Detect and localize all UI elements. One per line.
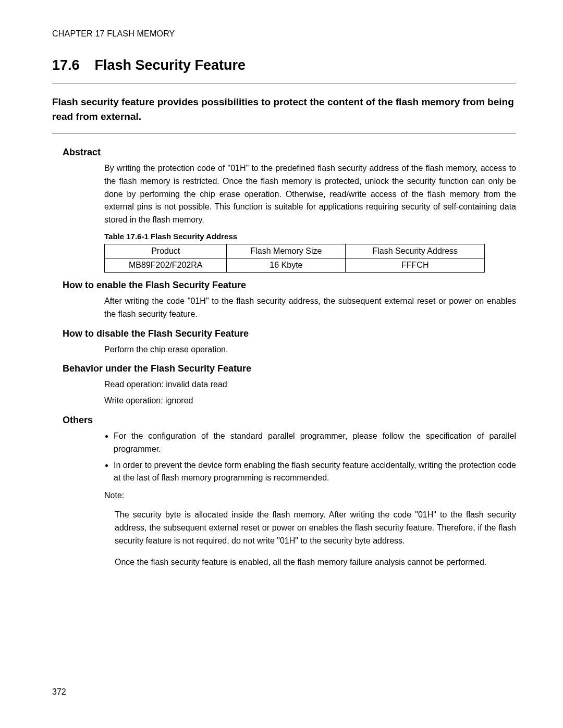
abstract-body: By writing the protection code of "01H" … <box>104 162 516 227</box>
behavior-write: Write operation: ignored <box>104 394 516 408</box>
table-cell: FFFCH <box>346 258 485 273</box>
table-caption: Table 17.6-1 Flash Security Address <box>104 232 516 241</box>
enable-body: After writing the code "01H" to the flas… <box>104 295 516 321</box>
note-paragraph: Once the flash security feature is enabl… <box>115 556 516 569</box>
section-title: 17.6 Flash Security Feature <box>52 57 516 73</box>
section-title-text: Flash Security Feature <box>95 57 246 73</box>
table-cell: MB89F202/F202RA <box>105 258 227 273</box>
list-item: For the configuration of the standard pa… <box>114 430 516 456</box>
enable-heading: How to enable the Flash Security Feature <box>63 280 516 291</box>
table-header-row: Product Flash Memory Size Flash Security… <box>105 244 485 258</box>
others-list: For the configuration of the standard pa… <box>104 430 516 485</box>
behavior-read: Read operation: invalid data read <box>104 378 516 391</box>
section-number: 17.6 <box>52 57 91 73</box>
note-paragraph: The security byte is allocated inside th… <box>115 509 516 547</box>
table-header-cell: Flash Memory Size <box>227 244 346 258</box>
list-item: In order to prevent the device form enab… <box>114 459 516 485</box>
chapter-header: CHAPTER 17 FLASH MEMORY <box>52 29 516 39</box>
table-header-cell: Flash Security Address <box>346 244 485 258</box>
page-number: 372 <box>52 687 66 697</box>
horizontal-rule <box>52 83 516 83</box>
table-row: MB89F202/F202RA 16 Kbyte FFFCH <box>105 258 485 273</box>
abstract-heading: Abstract <box>63 147 516 158</box>
disable-body: Perform the chip erase operation. <box>104 343 516 356</box>
flash-security-table: Product Flash Memory Size Flash Security… <box>104 244 485 273</box>
table-cell: 16 Kbyte <box>227 258 346 273</box>
table-header-cell: Product <box>105 244 227 258</box>
lead-paragraph: Flash security feature provides possibil… <box>52 95 516 124</box>
note-label: Note: <box>104 491 516 500</box>
disable-heading: How to disable the Flash Security Featur… <box>63 328 516 339</box>
others-heading: Others <box>63 415 516 426</box>
behavior-heading: Behavior under the Flash Security Featur… <box>63 363 516 374</box>
horizontal-rule <box>52 133 516 133</box>
